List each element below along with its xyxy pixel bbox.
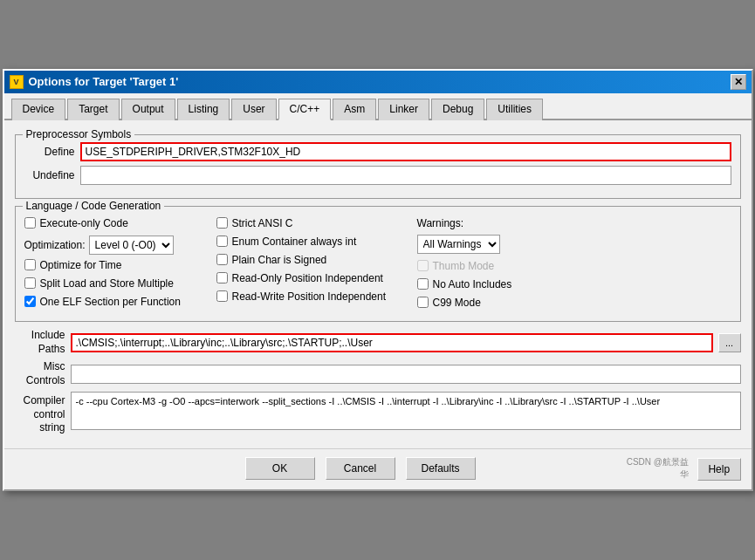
lang-col3: Warnings: All Warnings No Warnings Unspe…: [417, 217, 618, 312]
thumb-mode-row: Thumb Mode: [417, 260, 495, 272]
enum-container-checkbox[interactable]: [216, 236, 228, 247]
include-paths-input[interactable]: [71, 333, 713, 352]
compiler-control-text: -c --cpu Cortex-M3 -g -O0 --apcs=interwo…: [71, 392, 741, 430]
tab-user[interactable]: User: [231, 99, 276, 120]
read-write-pos-checkbox[interactable]: [216, 290, 228, 302]
strict-ansi-row: Strict ANSI C: [216, 217, 417, 229]
defaults-button[interactable]: Defaults: [406, 457, 476, 480]
tab-target[interactable]: Target: [67, 99, 119, 120]
optimize-time-label: Optimize for Time: [40, 259, 122, 271]
tab-utilities[interactable]: Utilities: [486, 99, 543, 120]
browse-button[interactable]: ...: [718, 333, 741, 352]
preprocessor-group: Preprocessor Symbols Define Undefine: [15, 134, 741, 199]
include-paths-label: IncludePaths: [15, 329, 65, 356]
title-bar: V Options for Target 'Target 1' ✕: [4, 71, 752, 93]
plain-char-checkbox[interactable]: [216, 254, 228, 265]
optimization-label: Optimization:: [24, 239, 86, 251]
execute-only-label: Execute-only Code: [40, 217, 128, 229]
warnings-label: Warnings:: [417, 217, 464, 229]
read-only-pos-row: Read-Only Position Independent: [216, 272, 417, 284]
no-auto-includes-label: No Auto Includes: [433, 278, 512, 290]
execute-only-row: Execute-only Code: [24, 217, 216, 229]
tab-debug[interactable]: Debug: [431, 99, 484, 120]
read-write-pos-row: Read-Write Position Independent: [216, 290, 417, 303]
compiler-control-label: Compilercontrolstring: [15, 392, 65, 435]
preprocessor-group-label: Preprocessor Symbols: [23, 128, 135, 140]
enum-container-label: Enum Container always int: [232, 236, 357, 248]
enum-container-row: Enum Container always int: [216, 236, 417, 248]
read-write-pos-label: Read-Write Position Independent: [232, 290, 387, 303]
undefine-input[interactable]: [80, 166, 731, 185]
strict-ansi-checkbox[interactable]: [216, 217, 228, 229]
c99-mode-label: C99 Mode: [433, 297, 481, 309]
tab-device[interactable]: Device: [11, 99, 66, 120]
watermark-text: CSDN @航景益华: [619, 456, 689, 481]
tab-linker[interactable]: Linker: [378, 99, 429, 120]
compiler-control-row: Compilercontrolstring -c --cpu Cortex-M3…: [15, 392, 741, 435]
c99-mode-checkbox[interactable]: [417, 297, 429, 308]
thumb-mode-label: Thumb Mode: [433, 260, 495, 272]
optimization-row: Optimization: Level 0 (-O0) Level 1 (-O1…: [24, 236, 216, 255]
tab-bar: Device Target Output Listing User C/C++ …: [4, 93, 752, 120]
tab-cpp[interactable]: C/C++: [278, 99, 332, 120]
dialog-title: Options for Target 'Target 1': [29, 75, 179, 88]
bottom-bar: OK Cancel Defaults CSDN @航景益华 Help: [4, 448, 752, 489]
tab-asm[interactable]: Asm: [333, 99, 376, 120]
split-load-label: Split Load and Store Multiple: [40, 277, 174, 290]
split-load-row: Split Load and Store Multiple: [24, 277, 216, 290]
thumb-mode-checkbox[interactable]: [417, 260, 429, 271]
misc-controls-row: MiscControls: [15, 360, 741, 387]
one-elf-label: One ELF Section per Function: [40, 296, 181, 308]
misc-controls-label: MiscControls: [15, 360, 65, 387]
define-input[interactable]: [80, 142, 731, 161]
execute-only-checkbox[interactable]: [24, 217, 36, 229]
undefine-label: Undefine: [24, 169, 75, 181]
dialog-window: V Options for Target 'Target 1' ✕ Device…: [3, 69, 753, 491]
lang-col1: Execute-only Code Optimization: Level 0 …: [24, 217, 216, 311]
help-button[interactable]: Help: [697, 458, 741, 481]
no-auto-includes-checkbox[interactable]: [417, 278, 429, 290]
define-label: Define: [24, 146, 75, 158]
optimization-select[interactable]: Level 0 (-O0) Level 1 (-O1) Level 2 (-O2…: [89, 236, 174, 255]
strict-ansi-label: Strict ANSI C: [232, 217, 293, 229]
read-only-pos-label: Read-Only Position Independent: [232, 272, 383, 284]
ok-button[interactable]: OK: [245, 457, 315, 480]
plain-char-row: Plain Char is Signed: [216, 254, 417, 266]
optimize-time-checkbox[interactable]: [24, 259, 36, 270]
bottom-buttons: OK Cancel Defaults: [102, 457, 619, 480]
language-group-label: Language / Code Generation: [23, 200, 165, 212]
undefine-row: Undefine: [24, 166, 731, 185]
include-paths-row: IncludePaths ...: [15, 329, 741, 356]
app-icon: V: [10, 75, 24, 89]
close-button[interactable]: ✕: [731, 74, 746, 90]
one-elf-row: One ELF Section per Function: [24, 296, 216, 308]
optimize-time-row: Optimize for Time: [24, 259, 216, 271]
tab-listing[interactable]: Listing: [177, 99, 230, 120]
cancel-button[interactable]: Cancel: [326, 457, 395, 480]
split-load-checkbox[interactable]: [24, 277, 36, 289]
lang-col2: Strict ANSI C Enum Container always int …: [216, 217, 417, 306]
language-group: Language / Code Generation Execute-only …: [15, 206, 741, 322]
c99-mode-row: C99 Mode: [417, 297, 481, 309]
define-row: Define: [24, 142, 731, 161]
one-elf-checkbox[interactable]: [24, 296, 36, 307]
read-only-pos-checkbox[interactable]: [216, 272, 228, 283]
plain-char-label: Plain Char is Signed: [232, 254, 327, 266]
tab-output[interactable]: Output: [121, 99, 175, 120]
warnings-select[interactable]: All Warnings No Warnings Unspecified: [417, 235, 500, 254]
no-auto-includes-row: No Auto Includes: [417, 278, 512, 290]
misc-controls-input[interactable]: [71, 365, 741, 384]
